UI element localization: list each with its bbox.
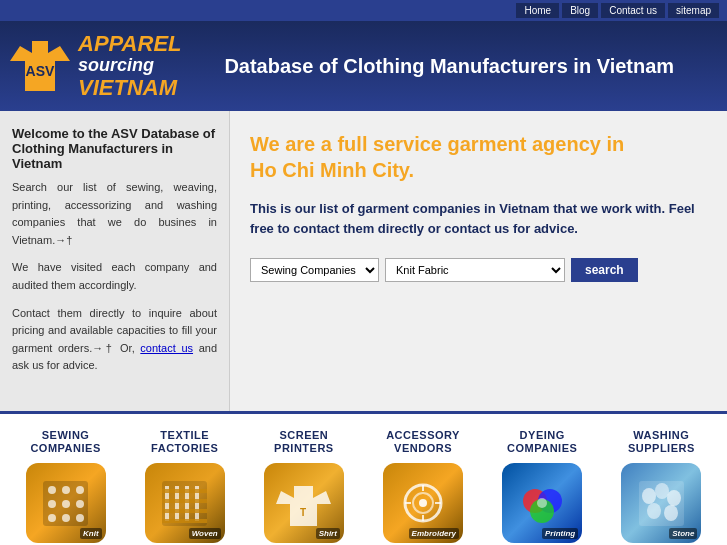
logo-vietnam: VIETNAM <box>78 76 182 100</box>
knit-icon <box>38 476 93 531</box>
category-sewing-label: SEWINGCOMPANIES <box>30 429 100 455</box>
content-area: We are a full service garment agency in … <box>230 111 727 411</box>
category-washing-icon: Stone <box>621 463 701 543</box>
sidebar-para-2: We have visited each company and audited… <box>12 259 217 294</box>
svg-point-3 <box>48 486 56 494</box>
category-dropdown[interactable]: Sewing Companies Textile Factories Scree… <box>250 258 379 282</box>
main-layout: Welcome to the ASV Database of Clothing … <box>0 111 727 411</box>
category-screen-label: SCREENPRINTERS <box>274 429 334 455</box>
svg-point-7 <box>62 500 70 508</box>
svg-point-5 <box>76 486 84 494</box>
category-textile[interactable]: TEXTILEFACTORIES Woven <box>132 429 237 543</box>
nav-blog[interactable]: Blog <box>562 3 598 18</box>
svg-point-9 <box>48 514 56 522</box>
top-nav: Home Blog Contact us sitemap <box>0 0 727 21</box>
category-dyeing-icon: Printing <box>502 463 582 543</box>
header: ASV APPAREL sourcing VIETNAM Database of… <box>0 21 727 111</box>
category-dyeing-label: DYEINGCOMPANIES <box>507 429 577 455</box>
category-textile-icon: Woven <box>145 463 225 543</box>
stone-icon <box>634 476 689 531</box>
logo-apparel: APPAREL <box>78 32 182 56</box>
knit-label: Knit <box>80 528 102 539</box>
sidebar-para-3: Contact them directly to inquire about p… <box>12 305 217 375</box>
woven-icon <box>157 476 212 531</box>
category-screen-icon: T Shirt <box>264 463 344 543</box>
header-title: Database of Clothing Manufacturers in Vi… <box>182 55 718 78</box>
nav-contact[interactable]: Contact us <box>601 3 665 18</box>
sidebar-title: Welcome to the ASV Database of Clothing … <box>12 126 217 171</box>
category-sewing[interactable]: SEWINGCOMPANIES Knit <box>13 429 118 543</box>
logo-area: ASV APPAREL sourcing VIETNAM <box>10 31 182 101</box>
category-dyeing[interactable]: DYEINGCOMPANIES Printing <box>490 429 595 543</box>
svg-text:ASV: ASV <box>26 63 55 79</box>
content-heading: We are a full service garment agency in … <box>250 131 707 183</box>
search-bar: Sewing Companies Textile Factories Scree… <box>250 258 707 282</box>
category-sewing-icon: Knit <box>26 463 106 543</box>
svg-point-25 <box>419 499 427 507</box>
svg-text:T: T <box>300 507 306 518</box>
printing-label: Printing <box>542 528 578 539</box>
category-grid: SEWINGCOMPANIES Knit TEXTILEFACTORIES <box>0 411 727 545</box>
logo-text: APPAREL sourcing VIETNAM <box>78 32 182 100</box>
svg-point-39 <box>664 505 678 521</box>
search-button[interactable]: search <box>571 258 638 282</box>
shirt-label: Shirt <box>316 528 340 539</box>
stone-label: Stone <box>669 528 697 539</box>
category-accessory-icon: Embroidery <box>383 463 463 543</box>
logo-icon: ASV <box>10 31 70 101</box>
svg-point-36 <box>655 483 669 499</box>
printing-icon <box>515 476 570 531</box>
content-subtext: This is our list of garment companies in… <box>250 199 707 238</box>
sidebar-para-1: Search our list of sewing, weaving, prin… <box>12 179 217 249</box>
shirt-icon: T <box>276 476 331 531</box>
embroidery-icon <box>396 476 451 531</box>
svg-point-11 <box>76 514 84 522</box>
embroidery-label: Embroidery <box>409 528 459 539</box>
category-accessory[interactable]: ACCESSORYVENDORS Embroidery <box>371 429 476 543</box>
svg-point-6 <box>48 500 56 508</box>
svg-point-10 <box>62 514 70 522</box>
category-washing[interactable]: WASHINGSUPPLIERS Stone <box>609 429 714 543</box>
nav-home[interactable]: Home <box>516 3 559 18</box>
category-accessory-label: ACCESSORYVENDORS <box>386 429 460 455</box>
nav-sitemap[interactable]: sitemap <box>668 3 719 18</box>
woven-label: Woven <box>189 528 221 539</box>
category-textile-label: TEXTILEFACTORIES <box>151 429 218 455</box>
svg-point-37 <box>667 490 681 506</box>
category-washing-label: WASHINGSUPPLIERS <box>628 429 695 455</box>
sidebar: Welcome to the ASV Database of Clothing … <box>0 111 230 411</box>
svg-point-33 <box>537 498 547 508</box>
svg-point-38 <box>647 503 661 519</box>
svg-point-35 <box>642 488 656 504</box>
fabric-dropdown[interactable]: Knit Fabric Woven Fabric Denim Fleece Je… <box>385 258 565 282</box>
category-screen[interactable]: SCREENPRINTERS T Shirt <box>251 429 356 543</box>
svg-point-8 <box>76 500 84 508</box>
logo-sourcing: sourcing <box>78 56 182 76</box>
svg-marker-21 <box>276 486 331 526</box>
svg-point-4 <box>62 486 70 494</box>
contact-link[interactable]: contact us <box>140 342 193 354</box>
